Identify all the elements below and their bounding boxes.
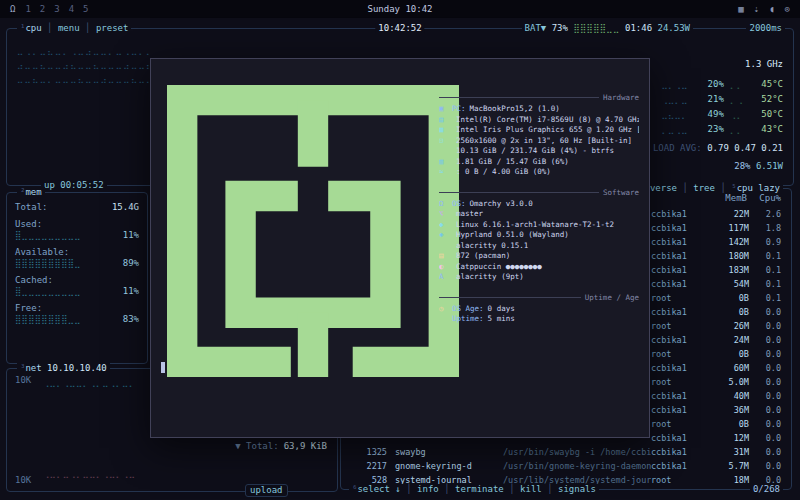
process-cpu: 0.9 — [749, 235, 781, 249]
process-user: ccbika1 — [651, 333, 707, 347]
fetch-line: ◆ Linux 6.16.1-arch1-Watanare-T2-1-t2 — [439, 220, 639, 231]
fetch-line: ⊡ 2560x1600 @ 2x in 13", 60 Hz [Built-in… — [439, 136, 639, 147]
process-user: ccbika1 — [651, 277, 707, 291]
memory-row-label: Used: — [15, 219, 42, 230]
separator: │ — [47, 23, 52, 33]
fetch-info-panel: Hardware ▣ PC: MacBookPro15,2 (1.0) ▤ In… — [439, 91, 639, 325]
process-row[interactable]: 2217 gnome-keyring-d /usr/bin/gnome-keyr… — [341, 459, 791, 473]
net-download-total: ▼ Total: 63,9 KiB — [235, 441, 327, 451]
core-percent: 21% — [694, 92, 724, 107]
workspace-button[interactable]: 5 — [83, 4, 88, 14]
fetch-line-value: master — [456, 209, 483, 220]
process-cpu: 0.1 — [749, 277, 781, 291]
process-memory: 36M — [707, 403, 749, 417]
fetch-line: Ω OS: Omarchy v3.0.0 — [439, 199, 639, 210]
core-temp-graph: ⢀⡀ — [730, 107, 743, 122]
overview-icon[interactable]: ▦ — [738, 4, 743, 14]
system-tray: ▦ ⇣ ◖ ⊙ — [738, 4, 790, 14]
update-interval[interactable]: 2000ms — [746, 23, 785, 34]
fetch-line-value: 1.81 GiB / 15.47 GiB (6%) — [456, 157, 569, 168]
info-action[interactable]: info — [417, 484, 439, 494]
process-user: ccbika1 — [651, 235, 707, 249]
process-cpu: 0.0 — [749, 319, 781, 333]
battery-icon: BAT▼ — [525, 23, 547, 33]
net-download-graph: ⢀⣀⡀⢀⣀⣀⡀⢀⡀⣀⢀⡀⣀⡀ — [43, 377, 135, 387]
column-header-mem[interactable]: MemB — [701, 193, 747, 203]
process-user: ccbika1 — [651, 263, 707, 277]
workspace-button[interactable]: 2 — [40, 4, 45, 14]
process-name: swaybg — [395, 445, 503, 459]
memory-row-label: Cached: — [15, 275, 53, 286]
process-memory: 24M — [707, 333, 749, 347]
core-temp-graph: ⡀⢀ — [730, 92, 743, 107]
process-cpu: 1.8 — [749, 221, 781, 235]
terminate-action[interactable]: terminate — [455, 484, 504, 494]
process-user: root — [651, 375, 707, 389]
volume-icon[interactable]: ◖ — [769, 4, 774, 14]
cpu-usage-graph: ⣀⢀⡀⣀⣄⣀⡀⢀⣀⣠⣀⣀⡀⣀⢀⣀⡀⣀⣠⣀⣀⣄⣀⣀⣠⣄⣀⣀⣄⣀⣀⣀⣠⣀⣀⣄⣀⣀⣄⣀… — [17, 43, 149, 173]
memory-row-percent: 11% — [123, 286, 139, 297]
hardware-section-title: Hardware — [603, 93, 639, 102]
process-row[interactable]: 1325 swaybg /usr/bin/swaybg -i /home/ccb… — [341, 445, 791, 459]
process-memory: 31M — [707, 445, 749, 459]
fetch-line: ◱ 10.13 GiB / 231.74 GiB (4%) - btrfs — [439, 146, 639, 157]
fetch-line-value: Catppuccin ●●●●●●●● — [456, 262, 542, 273]
cpu-frequency: 1.3 GHz — [745, 59, 783, 69]
sort-tree-button[interactable]: tree — [693, 183, 715, 193]
process-memory: 180M — [707, 249, 749, 263]
divider — [439, 297, 581, 298]
launcher-icon[interactable]: Ω — [10, 4, 15, 14]
process-memory: 60M — [707, 361, 749, 375]
software-section-header: Software — [439, 187, 639, 198]
workspace-button[interactable]: 3 — [54, 4, 59, 14]
core-spark: ⣀⣄⣀⡀ — [661, 107, 687, 122]
upload-tab[interactable]: upload — [245, 484, 288, 497]
workspace-button[interactable]: 1 — [25, 4, 30, 14]
battery-meter: ⣿⣿⣿⣿⣿⣀⣀ — [573, 23, 619, 33]
process-user: ccbika1 — [651, 403, 707, 417]
select-action[interactable]: select ↓ — [357, 484, 400, 494]
memory-row-percent: 89% — [123, 258, 139, 269]
hardware-lines: ▣ PC: MacBookPro15,2 (1.0) ▤ Intel(R) Co… — [439, 104, 639, 178]
core-row: ⣀⣄⣀⡀ 49% ⢀⡀ 50°C — [661, 107, 783, 122]
fetch-line-value: alacritty 0.15.1 — [456, 241, 528, 252]
sort-mode-button[interactable]: cpu lazy — [737, 183, 780, 193]
memory-row-label: Free: — [15, 303, 42, 314]
load-average-values: 0.79 0.47 0.21 — [707, 143, 783, 153]
fetch-line-label: PC: — [452, 104, 466, 115]
core-temp: 45°C — [749, 77, 783, 92]
fetch-line-icon: ◆ — [439, 220, 452, 231]
fetch-line-icon: ◈ — [439, 230, 452, 241]
memory-row-label: Available: — [15, 247, 69, 258]
process-user: root — [651, 417, 707, 431]
core-list: ⣀⡀⢀⣀ 20% ⡀⡀ 45°C ⢀⣀⡀⣀ 21% ⡀⢀ 52°C ⣀⣄⣀⡀ — [661, 77, 783, 137]
fetch-line-value: Linux 6.16.1-arch1-Watanare-T2-1-t2 — [456, 220, 614, 231]
memory-row: Free: ⣿⣿⣿⣿⣿⣿⣿⣿⣀⣀ 83% — [15, 303, 139, 325]
kill-action[interactable]: kill — [520, 484, 542, 494]
net-total-label: ▼ Total: — [235, 441, 278, 451]
preset-button[interactable]: preset — [96, 23, 129, 33]
memory-row: Total: 15.4G — [15, 202, 139, 213]
fetch-line: ≈ : 0 B / 4.00 GiB (0%) — [439, 167, 639, 178]
column-header-cpu[interactable]: Cpu% — [747, 193, 781, 203]
separator: │ — [720, 183, 725, 193]
cpu-watts: 6.51W — [756, 161, 783, 171]
updates-icon[interactable]: ⇣ — [754, 4, 759, 14]
memory-row-meter: ⣿⣿⣿⣿⣿⣿⣿⣿⣀⣀ — [15, 314, 81, 325]
power-icon[interactable]: ⊙ — [785, 4, 790, 14]
process-cpu: 0.1 — [749, 249, 781, 263]
fetch-line: ◐ Catppuccin ●●●●●●●● — [439, 262, 639, 273]
process-memory: 26M — [707, 319, 749, 333]
process-user: root — [651, 291, 707, 305]
workspace-button[interactable]: 4 — [69, 4, 74, 14]
status-bar: Ω 12345 Sunday 10:42 ▦ ⇣ ◖ ⊙ — [0, 0, 800, 18]
menu-button[interactable]: menu — [58, 23, 80, 33]
process-command: /usr/bin/swaybg -i /home/ccbika1 — [503, 445, 651, 459]
fetch-line: A alacritty (9pt) — [439, 272, 639, 283]
workspace-switcher: 12345 — [25, 4, 88, 14]
fetch-line: ◔ Uptime: 5 mins — [439, 314, 639, 325]
signals-action[interactable]: signals — [558, 484, 596, 494]
process-cpu: 0.0 — [749, 389, 781, 403]
process-memory: 142M — [707, 235, 749, 249]
separator: │ — [406, 484, 411, 494]
